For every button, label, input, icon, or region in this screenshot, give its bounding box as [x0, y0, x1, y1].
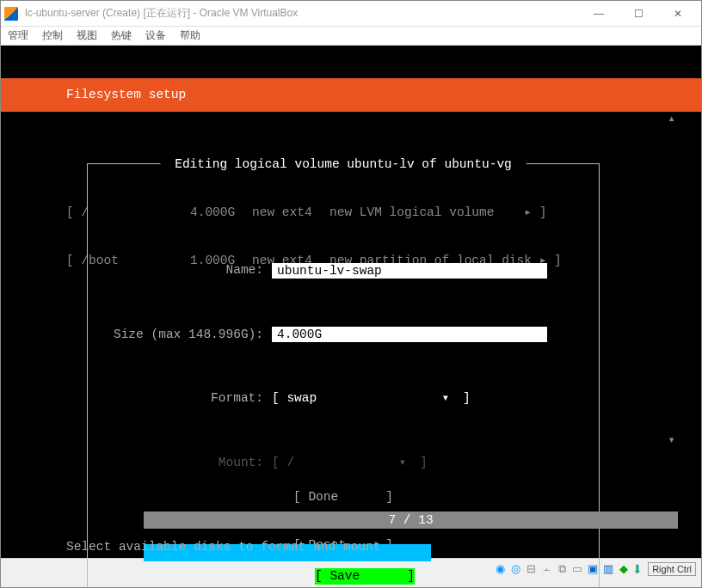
chevron-down-icon: ▾ — [441, 390, 455, 407]
progress-text: 7 / 13 — [388, 511, 433, 529]
mount-label: Mount: — [108, 455, 272, 471]
menu-devices[interactable]: 设备 — [145, 28, 166, 43]
size-input[interactable] — [272, 327, 547, 342]
menu-control[interactable]: 控制 — [42, 28, 63, 43]
page-title: Filesystem setup — [1, 78, 701, 112]
menu-help[interactable]: 帮助 — [180, 28, 200, 43]
name-input[interactable] — [272, 263, 547, 279]
dialog-title: Editing logical volume ubuntu-lv of ubun… — [161, 156, 526, 173]
window-titlebar: lc-ubuntu-server (Create) [正在运行] - Oracl… — [1, 1, 701, 27]
menu-view[interactable]: 视图 — [77, 28, 97, 43]
menubar: 管理 控制 视图 热键 设备 帮助 — [1, 27, 701, 46]
console-area: Filesystem setup [ / 4.000G new ext4 new… — [1, 46, 701, 558]
menu-manage[interactable]: 管理 — [8, 28, 28, 43]
format-label: Format: — [108, 390, 272, 407]
window-minimize-button[interactable]: — — [579, 1, 619, 27]
scroll-up-icon[interactable]: ▴ — [668, 111, 675, 127]
hint-text: Select available disks to format and mou… — [66, 539, 380, 555]
name-label: Name: — [108, 262, 272, 279]
menu-hotkeys[interactable]: 热键 — [111, 28, 132, 43]
scroll-down-icon[interactable]: ▾ — [668, 432, 675, 449]
chevron-down-icon: ▾ — [398, 455, 412, 471]
progress-bar: 7 / 13 — [144, 511, 678, 529]
window-close-button[interactable]: ✕ — [658, 1, 698, 27]
window-maximize-button[interactable]: ☐ — [619, 1, 658, 27]
window-title: lc-ubuntu-server (Create) [正在运行] - Oracl… — [25, 6, 579, 21]
size-label: Size (max 148.996G): — [108, 327, 272, 343]
format-select[interactable]: [ swap▾ ] — [272, 390, 471, 407]
app-icon — [4, 7, 18, 21]
done-button[interactable]: [ Done ] — [293, 489, 393, 505]
